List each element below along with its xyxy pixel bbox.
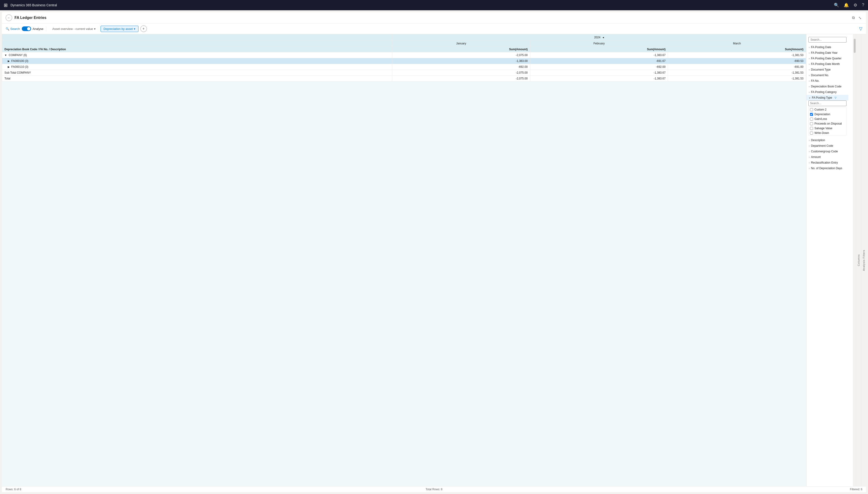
chevron-right-icon: › xyxy=(809,46,810,49)
filter-item-customergroup-code[interactable]: › Customergroup Code xyxy=(807,149,848,154)
posting-type-search-input[interactable] xyxy=(808,100,847,106)
expand-icon[interactable]: ▶ xyxy=(8,60,10,62)
scrollbar-thumb[interactable] xyxy=(854,39,855,53)
checkbox-salvage-input[interactable] xyxy=(810,127,813,130)
checkbox-write-down-input[interactable] xyxy=(810,132,813,135)
help-icon[interactable]: ? xyxy=(862,3,864,8)
header-actions: ⧉ ⤡ xyxy=(851,15,862,21)
filter-item-fa-posting-date[interactable]: › FA Posting Date xyxy=(807,44,848,50)
row-jan-value: -2,075.00 xyxy=(392,52,530,58)
analyse-toggle[interactable] xyxy=(22,26,31,31)
page-header: ← FA Ledger Entries ⧉ ⤡ xyxy=(2,12,866,24)
filter-search-input[interactable] xyxy=(808,37,847,42)
total-rows: Total Rows: 8 xyxy=(426,488,442,491)
filter-item-fa-posting-type[interactable]: ∨ FA Posting Type ▽ xyxy=(807,95,848,100)
col-feb-sum: Sum(Amount) xyxy=(530,46,668,52)
settings-icon[interactable]: ⚙ xyxy=(853,3,857,8)
row-jan-value: -1,383.00 xyxy=(392,58,530,64)
tab-asset-overview[interactable]: Asset overview - current value ▾ xyxy=(49,26,98,32)
table-row[interactable]: ▶ FA000110 (3) -692.00 -692.00 -691.00 xyxy=(2,64,806,70)
checkbox-depreciation[interactable]: Depreciation xyxy=(809,112,846,117)
checkbox-proceeds-on-disposal[interactable]: Proceeds on Disposal xyxy=(809,121,846,126)
checkbox-custom2[interactable]: Custom 2 xyxy=(809,107,846,112)
back-button[interactable]: ← xyxy=(6,15,12,21)
month-empty xyxy=(2,41,392,46)
open-new-window-icon[interactable]: ⧉ xyxy=(851,15,855,21)
app-grid-icon[interactable]: ⊞ xyxy=(4,2,8,8)
table-row: Sub Total COMPANY -2,075.00 -1,383.67 -1… xyxy=(2,70,806,76)
tab-depreciation-by-asset[interactable]: Depreciation by asset ▾ xyxy=(101,26,139,32)
topbar: ⊞ Dynamics 365 Business Central 🔍 🔔 ⚙ ? xyxy=(0,0,868,10)
table-row[interactable]: ▼ COMPANY (6) -2,075.00 -1,383.67 -1,381… xyxy=(2,52,806,58)
chevron-down-icon: ∨ xyxy=(809,96,811,99)
row-mar-value: -1,381.53 xyxy=(668,76,806,81)
columns-label: Columns xyxy=(857,252,860,268)
expand-icon[interactable]: ▶ xyxy=(8,65,10,68)
filter-item-document-no[interactable]: › Document No. xyxy=(807,73,848,78)
chevron-right-icon: › xyxy=(809,91,810,93)
filter-item-fa-posting-category[interactable]: › FA Posting Category xyxy=(807,89,848,95)
toolbar: 🔍 Search Analyse Asset overview - curren… xyxy=(2,24,866,34)
checkbox-depreciation-input[interactable] xyxy=(810,113,813,116)
checkbox-gain-loss[interactable]: Gain/Loss xyxy=(809,117,846,121)
checkbox-write-down[interactable]: Write-Down xyxy=(809,131,846,135)
row-mar-value: -691.00 xyxy=(668,64,806,70)
filter-icon[interactable]: ▽ xyxy=(859,26,862,31)
filter-item-fa-no[interactable]: › FA No. xyxy=(807,78,848,84)
row-mar-value: -1,381.53 xyxy=(668,70,806,76)
chevron-down-icon: ▾ xyxy=(94,27,96,31)
checkbox-proceeds-input[interactable] xyxy=(810,122,813,125)
add-tab-button[interactable]: + xyxy=(140,25,147,32)
notification-icon[interactable]: 🔔 xyxy=(844,3,849,8)
filters-panel: › FA Posting Date › FA Posting Date Year… xyxy=(806,34,853,486)
filter-item-document-type[interactable]: › Document Type xyxy=(807,67,848,73)
row-label: ▶ FA000110 (3) xyxy=(2,64,392,70)
right-scrollbar[interactable] xyxy=(853,34,856,486)
page-container: ← FA Ledger Entries ⧉ ⤡ 🔍 Search Analyse… xyxy=(2,12,866,492)
grid-icon: ⊞ xyxy=(4,2,8,8)
year-header-value: 2024 ◂ xyxy=(392,34,806,41)
chevron-down-icon: ▾ xyxy=(134,27,135,31)
row-label: ▼ COMPANY (6) xyxy=(2,52,392,58)
collapse-icon[interactable]: ▼ xyxy=(4,54,7,57)
analyse-label: Analyse xyxy=(33,27,43,31)
chevron-right-icon: › xyxy=(809,69,810,71)
row-jan-value: -2,075.00 xyxy=(392,70,530,76)
filter-item-fa-posting-date-year[interactable]: › FA Posting Date Year xyxy=(807,50,848,56)
chevron-right-icon: › xyxy=(809,145,810,147)
checkbox-custom2-input[interactable] xyxy=(810,108,813,111)
col-header-row: Depreciation Book Code / FA No. / Descri… xyxy=(2,46,806,52)
checkbox-gain-loss-input[interactable] xyxy=(810,117,813,120)
filter-item-amount[interactable]: › Amount xyxy=(807,154,848,160)
filter-item-department-code[interactable]: › Department Code xyxy=(807,143,848,149)
table-row[interactable]: ▶ FA000100 (3) -1,383.00 -691.67 -690.53 xyxy=(2,58,806,64)
checkbox-salvage-value[interactable]: Salvage Value xyxy=(809,126,846,131)
analysis-filters-panel[interactable]: Analysis Filters xyxy=(861,34,866,486)
filter-item-depreciation-book-code[interactable]: › Depreciation Book Code xyxy=(807,84,848,89)
chevron-right-icon: › xyxy=(809,150,810,153)
table-area: 2024 ◂ January February March Depreciati… xyxy=(2,34,806,486)
search-button[interactable]: 🔍 Search xyxy=(6,27,20,31)
main-content: 2024 ◂ January February March Depreciati… xyxy=(2,34,866,486)
chevron-right-icon: › xyxy=(809,139,810,141)
left-arrow-icon[interactable]: ◂ xyxy=(602,36,604,39)
filter-item-no-depreciation-days[interactable]: › No. of Depreciation Days xyxy=(807,166,848,171)
row-mar-value: -690.53 xyxy=(668,58,806,64)
app-title: Dynamics 365 Business Central xyxy=(11,3,831,7)
row-jan-value: -2,075.00 xyxy=(392,76,530,81)
status-bar: Rows: 6 of 8 Total Rows: 8 Filtered: 6 xyxy=(2,486,866,492)
filtered-count: Filtered: 6 xyxy=(850,488,862,491)
chevron-right-icon: › xyxy=(809,167,810,170)
row-feb-value: -1,383.67 xyxy=(530,70,668,76)
posting-type-checkbox-section: Custom 2 Depreciation Gain/Loss xyxy=(807,100,848,137)
col-mar-sum: Sum(Amount) xyxy=(668,46,806,52)
chevron-right-icon: › xyxy=(809,52,810,54)
filter-item-description[interactable]: › Description xyxy=(807,137,848,143)
chevron-right-icon: › xyxy=(809,80,810,82)
filter-item-reclassification-entry[interactable]: › Reclassification Entry xyxy=(807,160,848,166)
columns-panel[interactable]: Columns xyxy=(856,34,861,486)
filter-item-fa-posting-date-quarter[interactable]: › FA Posting Date Quarter xyxy=(807,56,848,61)
expand-icon[interactable]: ⤡ xyxy=(857,15,862,21)
search-icon[interactable]: 🔍 xyxy=(834,3,839,8)
filter-item-fa-posting-date-month[interactable]: › FA Posting Date Month xyxy=(807,61,848,67)
